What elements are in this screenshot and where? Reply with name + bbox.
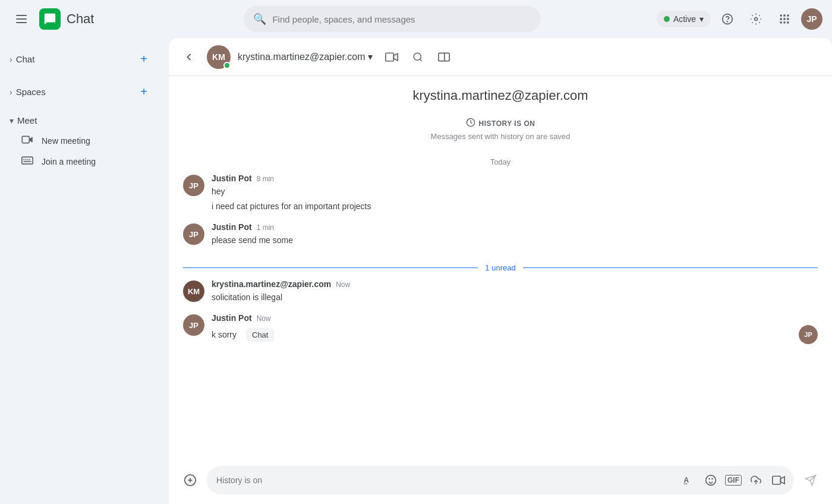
avatar-justin-2: JP <box>183 223 204 245</box>
search-input[interactable] <box>272 14 531 24</box>
apps-button[interactable] <box>773 7 796 31</box>
chevron-down-icon: ▾ <box>699 14 704 24</box>
sidebar: › Chat + › Spaces + ▾ Meet <box>0 38 166 504</box>
chat-header: KM krystina.martinez@zapier.com ▾ <box>169 38 832 76</box>
svg-point-5 <box>755 18 758 21</box>
chevron-right-icon-spaces[interactable]: › <box>10 87 12 97</box>
topbar-left: Chat <box>10 7 128 31</box>
msg-sender-3: krystina.martinez@zapier.com <box>212 279 331 289</box>
floating-user-avatar: JP <box>799 325 818 344</box>
add-chat-button[interactable]: + <box>138 50 150 68</box>
add-attachment-button[interactable] <box>178 468 202 492</box>
help-button[interactable] <box>716 7 739 31</box>
msg-sender-4: Justin Pot <box>212 313 252 323</box>
input-box: A GIF <box>207 466 794 494</box>
svg-rect-8 <box>787 15 789 17</box>
video-message-button[interactable] <box>768 470 789 491</box>
chevron-down-icon-meet[interactable]: ▾ <box>10 116 14 125</box>
msg-time-1: 8 min <box>257 175 274 183</box>
contact-avatar-wrap: KM <box>207 45 231 69</box>
sidebar-section-chat: › Chat + <box>0 43 166 75</box>
svg-rect-17 <box>22 157 33 164</box>
svg-rect-7 <box>783 15 785 17</box>
chat-tooltip: Chat <box>246 328 274 342</box>
search-bar: 🔍 <box>244 6 541 32</box>
main-layout: › Chat + › Spaces + ▾ Meet <box>0 38 832 504</box>
avatar-justin-1: JP <box>183 175 204 196</box>
svg-rect-14 <box>787 21 789 23</box>
avatar-justin-4: JP <box>183 314 204 336</box>
search-in-chat-button[interactable] <box>406 45 430 69</box>
emoji-button[interactable] <box>700 470 721 491</box>
history-on-label: HISTORY IS ON <box>479 119 535 128</box>
sidebar-item-meet[interactable]: Meet <box>17 115 150 125</box>
history-icon <box>466 118 475 130</box>
sidebar-item-spaces[interactable]: Spaces <box>16 87 138 97</box>
status-label: Active <box>673 14 696 24</box>
history-notice: HISTORY IS ON Messages sent with history… <box>183 118 818 141</box>
add-spaces-button[interactable]: + <box>138 83 150 101</box>
input-actions: A GIF <box>677 470 789 491</box>
svg-line-26 <box>420 59 421 61</box>
svg-rect-10 <box>783 18 785 20</box>
send-button[interactable] <box>799 468 822 492</box>
msg-header-1: Justin Pot 8 min <box>212 174 818 183</box>
format-text-button[interactable]: A <box>677 470 699 491</box>
status-dot <box>664 16 670 22</box>
svg-marker-16 <box>29 137 33 143</box>
app-title: Chat <box>67 11 94 27</box>
message-content-2: Justin Pot 1 min please send me some <box>212 222 818 247</box>
avatar-krystina: KM <box>183 281 204 302</box>
status-button[interactable]: Active ▾ <box>657 11 711 27</box>
message-content-4: Justin Pot Now k sorry Chat JP <box>212 313 818 344</box>
msg-text-1b: i need cat pictures for an important pro… <box>212 200 818 213</box>
contact-online-dot <box>223 62 231 69</box>
split-view-button[interactable] <box>432 45 456 69</box>
svg-rect-13 <box>783 21 785 23</box>
back-button[interactable] <box>178 46 200 68</box>
video-icon <box>21 135 33 147</box>
svg-marker-24 <box>393 53 398 61</box>
msg-header-3: krystina.martinez@zapier.com Now <box>212 279 818 289</box>
msg-sender-2: Justin Pot <box>212 222 252 232</box>
svg-rect-2 <box>16 22 27 23</box>
settings-button[interactable] <box>744 7 768 31</box>
gif-button[interactable]: GIF <box>723 470 744 491</box>
msg-time-3: Now <box>336 281 350 289</box>
svg-rect-0 <box>16 15 27 16</box>
upload-button[interactable] <box>745 470 767 491</box>
contact-name-button[interactable]: krystina.martinez@zapier.com ▾ <box>238 51 373 62</box>
msg-text-2a: please send me some <box>212 234 818 247</box>
message-group-2: JP Justin Pot 1 min please send me some <box>183 222 818 247</box>
unread-label: 1 unread <box>485 263 515 272</box>
message-input[interactable] <box>216 475 675 485</box>
svg-rect-12 <box>780 21 782 23</box>
chevron-right-icon[interactable]: › <box>10 55 12 64</box>
chat-body: krystina.martinez@zapier.com HISTORY IS … <box>169 76 832 459</box>
svg-rect-1 <box>16 18 27 20</box>
sidebar-item-new-meeting[interactable]: New meeting <box>0 130 159 152</box>
app-logo <box>39 8 61 30</box>
video-call-button[interactable] <box>380 45 404 69</box>
sidebar-item-chat[interactable]: Chat <box>16 54 138 64</box>
search-icon: 🔍 <box>253 12 266 26</box>
user-avatar-button[interactable]: JP <box>801 8 822 30</box>
msg-time-4: Now <box>257 314 271 323</box>
msg-text-1a: hey <box>212 185 818 198</box>
contact-name-text: krystina.martinez@zapier.com <box>238 52 365 62</box>
chevron-down-icon-contact: ▾ <box>368 51 373 62</box>
svg-rect-9 <box>780 18 782 20</box>
sidebar-section-meet: ▾ Meet New meeting <box>0 108 166 174</box>
msg-header-4: Justin Pot Now <box>212 313 818 323</box>
unread-line-left <box>183 267 478 268</box>
header-actions <box>380 45 456 69</box>
msg-text-3a: solicitation is illegal <box>212 291 818 304</box>
message-content-1: Justin Pot 8 min hey i need cat pictures… <box>212 174 818 213</box>
hamburger-button[interactable] <box>10 7 33 31</box>
new-meeting-label: New meeting <box>42 136 90 146</box>
sidebar-item-join-meeting[interactable]: Join a meeting <box>0 152 159 172</box>
svg-rect-39 <box>773 476 781 484</box>
unread-line-right <box>523 267 818 268</box>
topbar-right: Active ▾ JP <box>657 7 822 31</box>
message-content-3: krystina.martinez@zapier.com Now solicit… <box>212 279 818 304</box>
